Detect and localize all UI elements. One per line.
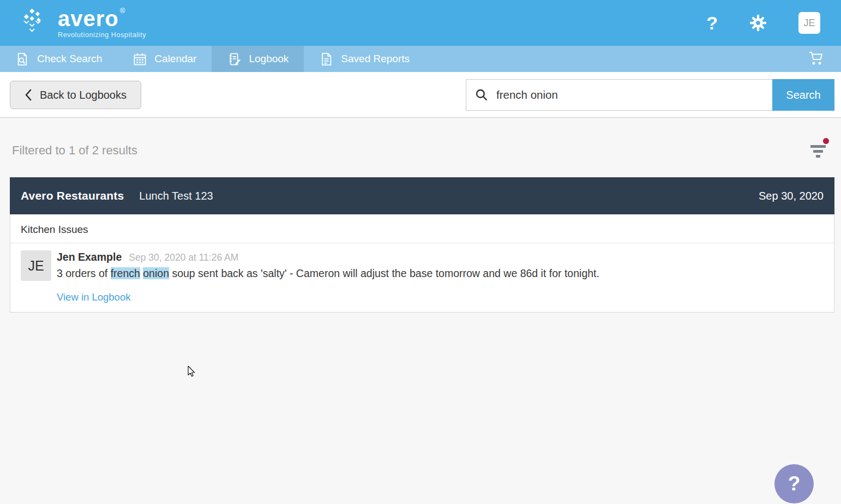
entry-date: Sep 30, 2020 — [759, 190, 824, 202]
section-title: Kitchen Issues — [10, 214, 834, 243]
tab-label: Logbook — [249, 53, 289, 65]
avero-logo[interactable]: avero ® Revolutionizing Hospitality — [22, 7, 146, 39]
tab-label: Check Search — [37, 53, 102, 65]
search-box[interactable] — [466, 79, 772, 111]
back-button-label: Back to Logbooks — [40, 89, 127, 101]
comment-author: Jen Example — [57, 251, 122, 263]
tab-logbook[interactable]: Logbook — [212, 46, 304, 72]
back-to-logbooks-button[interactable]: Back to Logbooks — [10, 81, 141, 109]
app-header: avero ® Revolutionizing Hospitality ? — [0, 0, 841, 46]
calendar-icon — [133, 52, 147, 67]
user-avatar[interactable]: JE — [798, 12, 820, 34]
saved-reports-icon — [319, 52, 334, 67]
cart-icon — [806, 51, 825, 67]
brand-tagline: Revolutionizing Hospitality — [58, 31, 146, 39]
view-in-logbook-link[interactable]: View in Logbook — [57, 291, 130, 303]
brand-name: avero — [58, 8, 119, 29]
check-search-icon — [15, 52, 30, 67]
restaurant-name: Avero Restaurants — [21, 189, 124, 202]
comment-text: 3 orders of french onion soup sent back … — [57, 267, 599, 280]
search-input[interactable] — [496, 88, 764, 101]
comment-segment-highlighted: onion — [143, 267, 169, 279]
comment-segment: 3 orders of — [57, 267, 111, 279]
tab-check-search[interactable]: Check Search — [0, 46, 117, 72]
help-icon[interactable]: ? — [706, 14, 718, 32]
toolbar: Back to Logbooks Search — [0, 72, 841, 118]
tab-label: Saved Reports — [341, 53, 410, 65]
search-group: Search — [466, 79, 834, 111]
main-nav: Check Search Calendar Logbook — [0, 46, 841, 72]
comment-segment-highlighted: french — [111, 267, 140, 279]
tab-calendar[interactable]: Calendar — [117, 46, 212, 72]
help-fab-button[interactable]: ? — [774, 464, 814, 503]
gear-icon[interactable] — [749, 14, 767, 32]
result-card: Avero Restaurants Lunch Test 123 Sep 30,… — [10, 177, 834, 313]
result-card-body: Kitchen Issues JE Jen Example Sep 30, 20… — [10, 214, 834, 313]
filtered-results-text: Filtered to 1 of 2 results — [12, 143, 137, 158]
search-icon — [474, 88, 489, 103]
filter-button[interactable] — [806, 137, 831, 160]
search-button[interactable]: Search — [772, 79, 834, 111]
comment-segment: soup sent back as 'salty' - Cameron will… — [169, 267, 599, 279]
avero-logo-mark-icon — [22, 7, 52, 39]
result-card-header: Avero Restaurants Lunch Test 123 Sep 30,… — [10, 177, 834, 214]
logbook-name: Lunch Test 123 — [139, 190, 213, 202]
comment-timestamp: Sep 30, 2020 at 11:26 AM — [129, 252, 238, 263]
comment-avatar: JE — [21, 250, 51, 281]
logbook-comment: JE Jen Example Sep 30, 2020 at 11:26 AM … — [10, 243, 834, 303]
chevron-left-icon — [25, 89, 32, 101]
registered-mark: ® — [120, 7, 125, 15]
mouse-cursor — [188, 366, 200, 381]
tab-saved-reports[interactable]: Saved Reports — [304, 46, 425, 72]
question-mark-icon: ? — [788, 472, 801, 495]
tab-label: Calendar — [154, 53, 196, 65]
logbook-icon — [227, 52, 242, 67]
cart-button[interactable] — [790, 46, 841, 72]
filter-notification-dot — [823, 138, 829, 144]
